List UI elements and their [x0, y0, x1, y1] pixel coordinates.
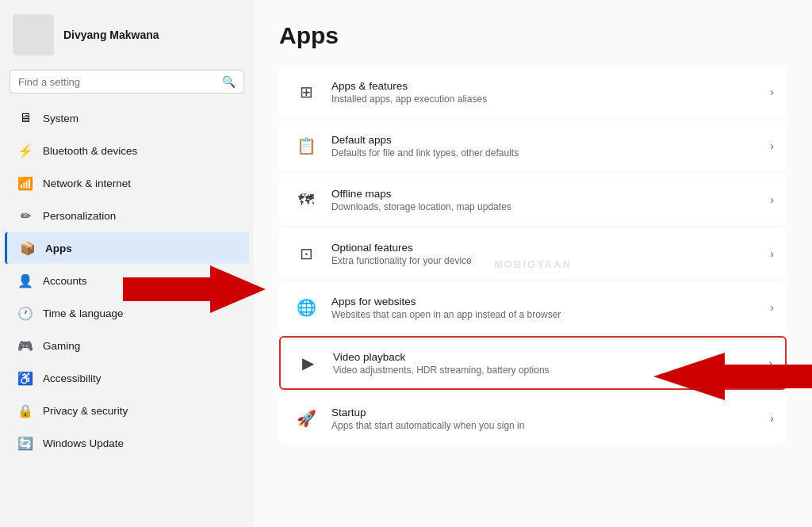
- item-text-offline-maps: Offline maps Downloads, storage location…: [331, 188, 764, 212]
- chevron-icon-startup: ›: [770, 412, 774, 425]
- sidebar-item-gaming[interactable]: 🎮 Gaming: [5, 330, 249, 361]
- nav-label-gaming: Gaming: [43, 340, 80, 352]
- item-title-offline-maps: Offline maps: [331, 188, 764, 200]
- item-title-apps-websites: Apps for websites: [331, 296, 764, 307]
- nav-label-accounts: Accounts: [43, 275, 87, 287]
- chevron-icon-apps-features: ›: [770, 86, 774, 98]
- nav-label-personalization: Personalization: [43, 210, 116, 222]
- settings-item-video-playback[interactable]: ▶ Video playback Video adjustments, HDR …: [279, 336, 787, 390]
- item-title-default-apps: Default apps: [331, 134, 764, 146]
- nav-icon-network: 📶: [17, 175, 33, 191]
- item-text-default-apps: Default apps Defaults for file and link …: [331, 134, 764, 158]
- nav-icon-personalization: ✏: [17, 208, 33, 223]
- settings-item-optional-features[interactable]: ⊡ Optional features Extra functionality …: [279, 228, 787, 279]
- search-box[interactable]: 🔍: [10, 70, 244, 94]
- sidebar: Divyang Makwana 🔍 🖥 System ⚡ Bluetooth &…: [0, 0, 254, 460]
- item-desc-video-playback: Video adjustments, HDR streaming, batter…: [333, 365, 762, 376]
- settings-item-apps-websites[interactable]: 🌐 Apps for websites Websites that can op…: [279, 282, 787, 333]
- nav-label-privacy: Privacy & security: [43, 405, 128, 417]
- sidebar-item-bluetooth[interactable]: ⚡ Bluetooth & devices: [5, 135, 249, 166]
- sidebar-item-accounts[interactable]: 👤 Accounts: [5, 265, 249, 296]
- nav-label-time: Time & language: [43, 307, 124, 319]
- item-text-apps-features: Apps & features Installed apps, app exec…: [331, 80, 764, 105]
- settings-list: ⊞ Apps & features Installed apps, app ex…: [279, 67, 787, 444]
- search-icon: 🔍: [222, 75, 236, 88]
- item-icon-apps-features: ⊞: [292, 78, 320, 106]
- nav-list: 🖥 System ⚡ Bluetooth & devices 📶 Network…: [0, 101, 254, 460]
- item-title-video-playback: Video playback: [333, 351, 762, 363]
- item-title-apps-features: Apps & features: [331, 80, 764, 92]
- item-icon-apps-websites: 🌐: [292, 293, 320, 322]
- username-label: Divyang Makwana: [63, 29, 159, 41]
- main-content: Apps ⊞ Apps & features Installed apps, a…: [254, 0, 812, 527]
- item-text-optional-features: Optional features Extra functionality fo…: [331, 242, 764, 266]
- nav-label-network: Network & internet: [43, 178, 131, 189]
- item-title-optional-features: Optional features: [331, 242, 764, 254]
- nav-label-bluetooth: Bluetooth & devices: [43, 145, 137, 157]
- chevron-icon-default-apps: ›: [770, 139, 774, 152]
- item-icon-default-apps: 📋: [292, 132, 320, 160]
- search-input[interactable]: [18, 76, 216, 88]
- settings-item-default-apps[interactable]: 📋 Default apps Defaults for file and lin…: [279, 120, 787, 171]
- avatar: [13, 14, 54, 55]
- nav-icon-gaming: 🎮: [17, 338, 33, 353]
- item-icon-video-playback: ▶: [293, 349, 322, 377]
- sidebar-item-apps[interactable]: 📦 Apps: [5, 232, 249, 264]
- sidebar-item-personalization[interactable]: ✏ Personalization: [5, 200, 249, 231]
- item-title-startup: Startup: [331, 407, 764, 418]
- nav-icon-system: 🖥: [17, 110, 33, 126]
- nav-icon-time: 🕐: [17, 305, 33, 321]
- settings-item-offline-maps[interactable]: 🗺 Offline maps Downloads, storage locati…: [279, 174, 787, 225]
- nav-icon-accounts: 👤: [17, 273, 33, 288]
- nav-icon-update: 🔄: [17, 435, 33, 451]
- item-icon-offline-maps: 🗺: [292, 185, 320, 214]
- nav-icon-apps: 📦: [20, 240, 36, 256]
- item-icon-startup: 🚀: [292, 404, 320, 433]
- item-text-startup: Startup Apps that start automatically wh…: [331, 407, 764, 431]
- nav-icon-accessibility: ♿: [17, 370, 33, 386]
- item-text-apps-websites: Apps for websites Websites that can open…: [331, 296, 764, 320]
- sidebar-item-update[interactable]: 🔄 Windows Update: [5, 427, 249, 459]
- page-title: Apps: [279, 22, 787, 49]
- sidebar-item-time[interactable]: 🕐 Time & language: [5, 297, 249, 329]
- chevron-icon-apps-websites: ›: [770, 301, 774, 314]
- chevron-icon-optional-features: ›: [770, 247, 774, 260]
- nav-label-system: System: [43, 113, 79, 124]
- sidebar-item-network[interactable]: 📶 Network & internet: [5, 167, 249, 199]
- item-desc-default-apps: Defaults for file and link types, other …: [331, 147, 764, 158]
- sidebar-item-system[interactable]: 🖥 System: [5, 102, 249, 134]
- item-icon-optional-features: ⊡: [292, 239, 320, 268]
- nav-label-accessibility: Accessibility: [43, 372, 102, 384]
- chevron-icon-video-playback: ›: [768, 357, 772, 369]
- settings-item-startup[interactable]: 🚀 Startup Apps that start automatically …: [279, 393, 787, 444]
- sidebar-item-privacy[interactable]: 🔒 Privacy & security: [5, 395, 249, 426]
- nav-icon-privacy: 🔒: [17, 403, 33, 418]
- settings-item-apps-features[interactable]: ⊞ Apps & features Installed apps, app ex…: [279, 67, 787, 117]
- nav-label-update: Windows Update: [43, 437, 124, 449]
- nav-label-apps: Apps: [45, 242, 72, 254]
- item-desc-offline-maps: Downloads, storage location, map updates: [331, 201, 764, 212]
- item-desc-startup: Apps that start automatically when you s…: [331, 420, 764, 431]
- item-text-video-playback: Video playback Video adjustments, HDR st…: [333, 351, 762, 376]
- chevron-icon-offline-maps: ›: [770, 193, 774, 206]
- nav-icon-bluetooth: ⚡: [17, 143, 33, 158]
- sidebar-item-accessibility[interactable]: ♿ Accessibility: [5, 362, 249, 394]
- item-desc-apps-features: Installed apps, app execution aliases: [331, 94, 764, 105]
- user-section: Divyang Makwana: [0, 0, 254, 67]
- item-desc-optional-features: Extra functionality for your device: [331, 255, 764, 266]
- item-desc-apps-websites: Websites that can open in an app instead…: [331, 309, 764, 320]
